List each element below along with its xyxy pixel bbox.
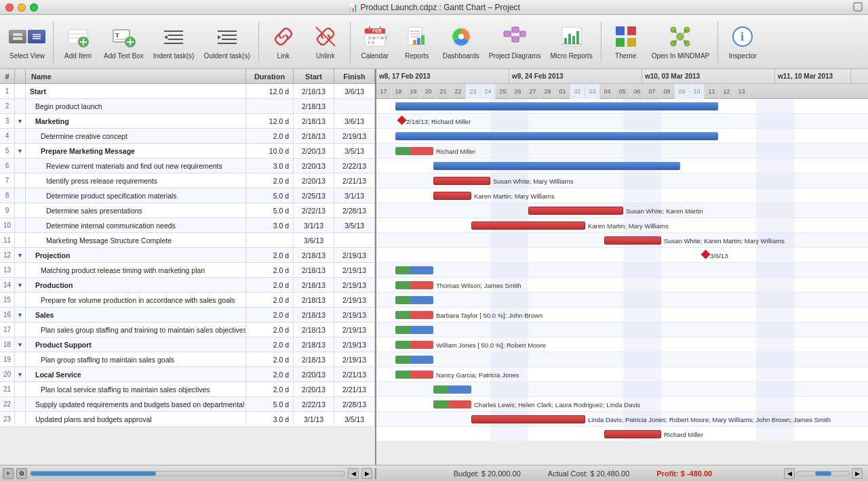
horizontal-scrollbar[interactable] bbox=[30, 471, 345, 476]
add-row-button[interactable]: + bbox=[3, 468, 14, 479]
cell-expand[interactable] bbox=[15, 322, 26, 337]
gantt-row[interactable] bbox=[376, 322, 868, 337]
gantt-bar[interactable] bbox=[471, 415, 585, 423]
table-row[interactable]: 20 ▼ Local Service 2.0 d 2/20/13 2/21/13 bbox=[0, 367, 375, 382]
cell-expand[interactable] bbox=[15, 99, 26, 113]
table-row[interactable]: 2 Begin product launch 2/18/13 bbox=[0, 99, 375, 114]
gantt-bar[interactable] bbox=[395, 341, 433, 349]
cell-expand[interactable] bbox=[15, 233, 26, 247]
outdent-tasks-button[interactable]: Outdent task(s) bbox=[199, 21, 254, 62]
gantt-body[interactable]: 2/18/13; Richard MillerRichard MillerSus… bbox=[376, 99, 868, 465]
cell-expand[interactable] bbox=[15, 84, 26, 98]
gantt-row[interactable]: Susan White; Karen Martin; Mary Williams bbox=[376, 233, 868, 248]
gantt-bar[interactable] bbox=[395, 296, 433, 304]
gantt-row[interactable] bbox=[376, 263, 868, 278]
gantt-row[interactable]: Karen Martin; Mary Williams bbox=[376, 218, 868, 233]
table-row[interactable]: 12 ▼ Projection 2.0 d 2/18/13 2/19/13 bbox=[0, 248, 375, 263]
table-row[interactable]: 16 ▼ Sales 2.0 d 2/18/13 2/19/13 bbox=[0, 308, 375, 322]
gantt-row[interactable] bbox=[376, 159, 868, 173]
gantt-row[interactable] bbox=[376, 352, 868, 367]
gantt-scrollbar[interactable] bbox=[796, 471, 850, 476]
gantt-row[interactable]: Charles Lewis; Helen Clark; Laura Rodrig… bbox=[376, 397, 868, 412]
table-row[interactable]: 14 ▼ Production 2.0 d 2/18/13 2/19/13 bbox=[0, 278, 375, 293]
gantt-row[interactable]: Nancy Garcia; Patricia Jones bbox=[376, 367, 868, 382]
cell-expand[interactable]: ▼ bbox=[15, 308, 26, 322]
minimize-button[interactable] bbox=[18, 3, 26, 12]
table-body[interactable]: 1 Start 12.0 d 2/18/13 3/6/13 2 Begin pr… bbox=[0, 84, 375, 465]
add-item-button[interactable]: Add Item bbox=[58, 21, 98, 62]
scroll-right-button[interactable]: ▶ bbox=[361, 468, 372, 479]
table-row[interactable]: 1 Start 12.0 d 2/18/13 3/6/13 bbox=[0, 84, 375, 99]
table-row[interactable]: 7 Identify press release requirements 2.… bbox=[0, 173, 375, 188]
project-diagrams-button[interactable]: Project Diagrams bbox=[485, 21, 545, 62]
window-resize[interactable] bbox=[853, 2, 863, 13]
gantt-scroll-left[interactable]: ◀ bbox=[784, 468, 795, 479]
gantt-row[interactable]: Linda Davis; Patricia Jones; Robert Moor… bbox=[376, 412, 868, 427]
gantt-bar[interactable] bbox=[604, 236, 661, 245]
gantt-row[interactable]: Richard Miller bbox=[376, 144, 868, 159]
gantt-bar[interactable] bbox=[395, 356, 433, 364]
gantt-bar[interactable] bbox=[471, 222, 585, 230]
gantt-bar[interactable] bbox=[395, 266, 433, 274]
gantt-bar[interactable] bbox=[433, 192, 471, 200]
table-row[interactable]: 19 Plan group staffing to maintain sales… bbox=[0, 352, 375, 367]
table-row[interactable]: 22 Supply updated requirements and budge… bbox=[0, 397, 375, 412]
cell-expand[interactable] bbox=[15, 129, 26, 143]
table-row[interactable]: 15 Prepare for volume production in acco… bbox=[0, 293, 375, 308]
gantt-row[interactable]: Karen Martin; Mary Williams bbox=[376, 188, 868, 203]
gantt-row[interactable] bbox=[376, 293, 868, 308]
gantt-row[interactable]: Susan White; Karen Martin bbox=[376, 203, 868, 218]
cell-expand[interactable] bbox=[15, 293, 26, 307]
gantt-row[interactable]: William Jones [ 50.0 %]; Robert Moore bbox=[376, 337, 868, 352]
table-row[interactable]: 8 Determine product specification materi… bbox=[0, 188, 375, 203]
table-row[interactable]: 17 Plan sales group staffing and trainin… bbox=[0, 322, 375, 337]
gantt-bar[interactable] bbox=[395, 132, 718, 140]
cell-expand[interactable]: ▼ bbox=[15, 248, 26, 262]
theme-button[interactable]: Theme bbox=[606, 21, 646, 62]
table-row[interactable]: 23 Updated plans and budgets approval 3.… bbox=[0, 412, 375, 427]
gantt-bar[interactable] bbox=[433, 400, 471, 409]
cell-expand[interactable]: ▼ bbox=[15, 278, 26, 292]
table-row[interactable]: 4 Determine creative concept 2.0 d 2/18/… bbox=[0, 129, 375, 144]
gantt-bar[interactable] bbox=[395, 326, 433, 334]
cell-expand[interactable]: ▼ bbox=[15, 367, 26, 381]
indent-tasks-button[interactable]: Indent task(s) bbox=[149, 21, 199, 62]
select-view-button[interactable]: Select View bbox=[5, 21, 49, 62]
gantt-bar[interactable] bbox=[433, 385, 471, 394]
gantt-scroll-right[interactable]: ▶ bbox=[852, 468, 863, 479]
table-row[interactable]: 5 ▼ Prepare Marketing Message 10.0 d 2/2… bbox=[0, 144, 375, 159]
cell-expand[interactable]: ▼ bbox=[15, 337, 26, 352]
close-button[interactable] bbox=[5, 3, 14, 12]
table-row[interactable]: 10 Determine internal communication need… bbox=[0, 218, 375, 233]
settings-button[interactable]: ⚙ bbox=[16, 468, 27, 479]
gantt-bar[interactable] bbox=[395, 102, 718, 110]
gantt-row[interactable] bbox=[376, 129, 868, 144]
cell-expand[interactable] bbox=[15, 397, 26, 411]
cell-expand[interactable]: ▼ bbox=[15, 144, 26, 158]
gantt-bar[interactable] bbox=[433, 162, 680, 170]
cell-expand[interactable] bbox=[15, 218, 26, 232]
table-row[interactable]: 21 Plan local service staffing to mainta… bbox=[0, 382, 375, 397]
link-button[interactable]: Link bbox=[263, 21, 304, 62]
gantt-bar[interactable] bbox=[528, 207, 623, 215]
table-row[interactable]: 9 Determine sales presentations 5.0 d 2/… bbox=[0, 203, 375, 218]
dashboards-button[interactable]: Dashboards bbox=[439, 21, 484, 62]
table-row[interactable]: 13 Matching product release timing with … bbox=[0, 263, 375, 278]
calendar-button[interactable]: FEB S M T W T F S Calendar bbox=[355, 21, 395, 62]
micro-reports-button[interactable]: Micro Reports bbox=[546, 21, 596, 62]
scroll-left-button[interactable]: ◀ bbox=[348, 468, 359, 479]
gantt-bar[interactable] bbox=[395, 147, 433, 155]
gantt-row[interactable]: 3/6/13 bbox=[376, 248, 868, 263]
gantt-row[interactable] bbox=[376, 99, 868, 114]
gantt-row[interactable] bbox=[376, 382, 868, 397]
gantt-row[interactable]: 2/18/13; Richard Miller bbox=[376, 114, 868, 129]
gantt-row[interactable]: Susan White; Mary Williams bbox=[376, 173, 868, 188]
table-row[interactable]: 11 Marketing Message Structure Complete … bbox=[0, 233, 375, 248]
window-controls[interactable] bbox=[5, 3, 38, 12]
table-row[interactable]: 6 Review current materials and find out … bbox=[0, 159, 375, 173]
gantt-bar[interactable] bbox=[395, 281, 433, 289]
table-row[interactable]: 3 ▼ Marketing 12.0 d 2/18/13 3/6/13 bbox=[0, 114, 375, 129]
cell-expand[interactable] bbox=[15, 203, 26, 217]
cell-expand[interactable] bbox=[15, 382, 26, 396]
gantt-row[interactable]: Richard Miller bbox=[376, 427, 868, 442]
